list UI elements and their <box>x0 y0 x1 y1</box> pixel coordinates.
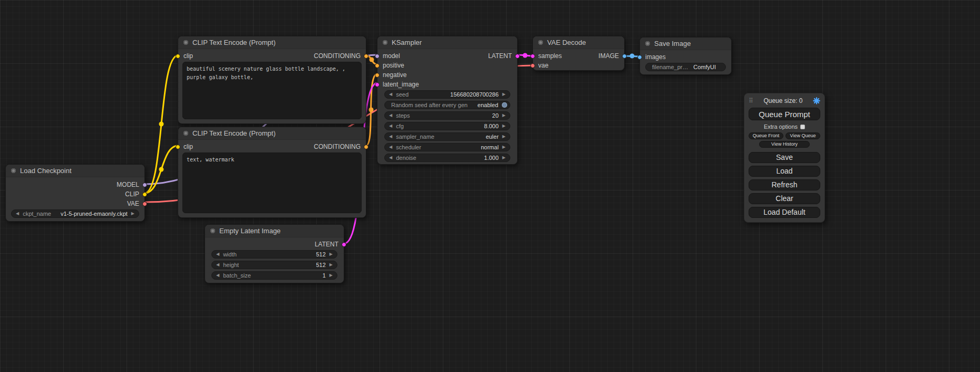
increment-arrow-icon[interactable]: ▶ <box>502 92 506 97</box>
increment-arrow-icon[interactable]: ▶ <box>502 113 506 118</box>
increment-arrow-icon[interactable]: ▶ <box>329 273 333 278</box>
input-slot-latent-image-dot[interactable] <box>375 82 380 87</box>
collapse-dot[interactable] <box>210 228 215 233</box>
widget-batch-size[interactable]: ◀ batch_size 1 ▶ <box>211 271 337 280</box>
increment-arrow-icon[interactable]: ▶ <box>502 145 506 149</box>
output-slot-image-dot[interactable] <box>622 54 627 59</box>
decrement-arrow-icon[interactable]: ◀ <box>389 135 392 139</box>
decrement-arrow-icon[interactable]: ◀ <box>216 263 219 267</box>
input-slot-negative-dot[interactable] <box>375 73 380 78</box>
input-slot-vae-dot[interactable] <box>530 63 535 68</box>
output-slot-latent-dot[interactable] <box>515 54 520 59</box>
toggle-dot[interactable] <box>502 102 507 108</box>
input-slot-samples-dot[interactable] <box>530 54 535 59</box>
prompt-textarea[interactable]: beautiful scenery nature glass bottle la… <box>182 62 362 119</box>
widget-random-seed-toggle[interactable]: Random seed after every gen enabled <box>384 101 510 109</box>
node-empty-latent-image[interactable]: Empty Latent Image LATENT ◀ width 512 ▶ … <box>205 224 344 283</box>
collapse-dot[interactable] <box>183 40 188 45</box>
input-slot-model-dot[interactable] <box>375 54 380 59</box>
node-title-bar[interactable]: CLIP Text Encode (Prompt) <box>178 127 366 140</box>
view-history-button[interactable]: View History <box>759 141 810 148</box>
widget-value: 20 <box>492 112 499 119</box>
refresh-button[interactable]: Refresh <box>749 179 820 190</box>
node-vae-decode[interactable]: VAE Decode samples IMAGE vae <box>532 36 625 71</box>
decrement-arrow-icon[interactable]: ◀ <box>389 113 392 118</box>
widget-filename-prefix[interactable]: filename_prefix ComfyUI <box>645 63 726 71</box>
increment-arrow-icon[interactable]: ▶ <box>502 135 506 139</box>
node-title-bar[interactable]: CLIP Text Encode (Prompt) <box>178 36 366 49</box>
output-label-latent: LATENT <box>488 52 512 60</box>
output-slot-vae-dot[interactable] <box>142 202 147 206</box>
decrement-arrow-icon[interactable]: ◀ <box>389 92 392 97</box>
node-clip-text-encode-positive[interactable]: CLIP Text Encode (Prompt) clip CONDITION… <box>178 36 366 124</box>
decrement-arrow-icon[interactable]: ◀ <box>389 145 392 149</box>
view-queue-button[interactable]: View Queue <box>785 132 820 139</box>
input-slot-images-dot[interactable] <box>637 55 642 60</box>
node-clip-text-encode-negative[interactable]: CLIP Text Encode (Prompt) clip CONDITION… <box>178 127 366 218</box>
link-clip-to-positive <box>144 55 178 193</box>
input-slot-positive-dot[interactable] <box>375 63 380 68</box>
collapse-dot[interactable] <box>11 168 16 173</box>
collapse-dot[interactable] <box>645 41 650 46</box>
widget-scheduler[interactable]: ◀ scheduler normal ▶ <box>384 143 510 151</box>
node-save-image[interactable]: Save Image images filename_prefix ComfyU… <box>639 37 732 75</box>
queue-front-button[interactable]: Queue Front <box>749 132 783 139</box>
widget-seed[interactable]: ◀ seed 156680208700286 ▶ <box>384 90 510 99</box>
widget-denoise[interactable]: ◀ denoise 1.000 ▶ <box>384 154 510 162</box>
widget-height[interactable]: ◀ height 512 ▶ <box>211 261 337 269</box>
input-label-clip: clip <box>183 52 193 60</box>
collapse-dot[interactable] <box>383 40 387 45</box>
link-midpoint-dot <box>630 54 635 59</box>
input-label-clip: clip <box>183 143 193 150</box>
node-load-checkpoint[interactable]: Load Checkpoint MODEL CLIP VAE ◀ ckpt_na… <box>5 164 145 222</box>
widget-label: cfg <box>396 123 480 129</box>
node-ksampler[interactable]: KSampler model LATENT positive negative … <box>377 36 518 165</box>
widget-value: normal <box>481 144 499 150</box>
node-title-bar[interactable]: Save Image <box>640 37 731 50</box>
output-slot-clip-dot[interactable] <box>142 192 147 197</box>
widget-label: batch_size <box>223 272 319 279</box>
node-title-bar[interactable]: Load Checkpoint <box>6 165 144 177</box>
queue-prompt-button[interactable]: Queue Prompt <box>749 108 820 120</box>
output-slot-conditioning-dot[interactable] <box>364 54 368 59</box>
widget-steps[interactable]: ◀ steps 20 ▶ <box>384 111 510 120</box>
decrement-arrow-icon[interactable]: ◀ <box>389 124 392 128</box>
prompt-textarea[interactable]: text, watermark <box>182 152 362 213</box>
output-slot-latent-dot[interactable] <box>342 242 346 247</box>
extra-options-label: Extra options <box>764 123 798 130</box>
node-title-bar[interactable]: VAE Decode <box>533 36 624 49</box>
widget-sampler-name[interactable]: ◀ sampler_name euler ▶ <box>384 132 510 141</box>
collapse-dot[interactable] <box>538 40 543 45</box>
input-slot-clip-dot[interactable] <box>176 145 180 149</box>
input-slot-clip-dot[interactable] <box>176 54 180 59</box>
decrement-arrow-icon[interactable]: ◀ <box>216 273 219 278</box>
widget-cfg[interactable]: ◀ cfg 8.000 ▶ <box>384 122 510 130</box>
widget-value: 512 <box>316 262 325 268</box>
output-slot-conditioning-dot[interactable] <box>364 145 368 149</box>
increment-arrow-icon[interactable]: ▶ <box>329 263 333 267</box>
increment-arrow-icon[interactable]: ▶ <box>329 252 333 256</box>
increment-arrow-icon[interactable]: ▶ <box>502 124 506 128</box>
collapse-dot[interactable] <box>183 131 188 136</box>
widget-width[interactable]: ◀ width 512 ▶ <box>211 250 337 259</box>
load-button[interactable]: Load <box>749 166 820 177</box>
queue-panel-header: ⠿ Queue size: 0 <box>749 96 820 106</box>
save-button[interactable]: Save <box>749 152 820 163</box>
output-label-vae: VAE <box>127 200 139 207</box>
extra-options-checkbox[interactable] <box>800 125 805 129</box>
node-title-bar[interactable]: KSampler <box>377 36 517 49</box>
clear-button[interactable]: Clear <box>749 193 820 204</box>
node-title: Load Checkpoint <box>20 167 72 175</box>
increment-arrow-icon[interactable]: ▶ <box>131 212 134 216</box>
load-default-button[interactable]: Load Default <box>749 207 820 218</box>
widget-ckpt-name[interactable]: ◀ ckpt_name v1-5-pruned-emaonly.ckpt ▶ <box>11 209 139 218</box>
drag-handle-icon[interactable]: ⠿ <box>749 98 753 104</box>
decrement-arrow-icon[interactable]: ◀ <box>389 156 392 160</box>
decrement-arrow-icon[interactable]: ◀ <box>216 252 219 256</box>
output-slot-model-dot[interactable] <box>142 183 147 187</box>
node-graph-canvas[interactable]: Load Checkpoint MODEL CLIP VAE ◀ ckpt_na… <box>0 0 980 372</box>
node-title-bar[interactable]: Empty Latent Image <box>205 225 344 237</box>
settings-gear-icon[interactable] <box>813 97 820 104</box>
increment-arrow-icon[interactable]: ▶ <box>502 156 506 160</box>
decrement-arrow-icon[interactable]: ◀ <box>16 212 19 216</box>
